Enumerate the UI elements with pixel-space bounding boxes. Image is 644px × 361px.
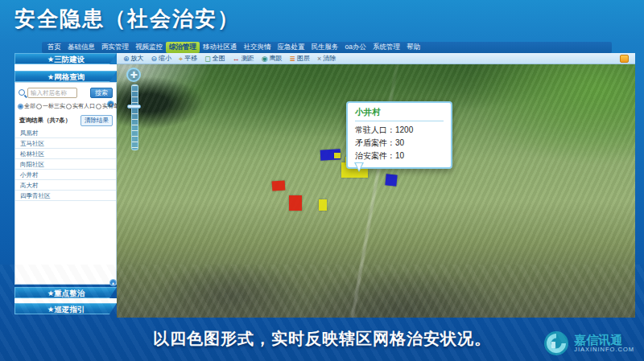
sidebar-section-patrol-guide[interactable]: ★巡逻指引 — [14, 303, 117, 314]
collapse-toggle-bottom-icon[interactable]: ▴ — [109, 279, 117, 286]
nav-item-system[interactable]: 系统管理 — [369, 42, 403, 53]
grid-region-yellow-small[interactable] — [319, 199, 327, 211]
filter-options: 全部 一标三实 实有人口 实有单位 — [18, 102, 114, 110]
toolbar-measure[interactable]: ↔ 测距 — [233, 54, 254, 64]
filter-all-label: 全部 — [24, 102, 35, 110]
grid-region-blue-2[interactable] — [385, 174, 397, 186]
map-info-popup: 小井村 常驻人口：1200 矛盾案件：30 治安案件：10 — [346, 101, 452, 169]
search-panel: 搜索 ▾ 全部 一标三实 实有人口 实有单位 — [14, 82, 117, 285]
measure-icon: ↔ — [233, 54, 240, 64]
toolbar-pan[interactable]: ⌖ 平移 — [179, 54, 197, 64]
nav-item-emergency[interactable]: 应急处置 — [275, 42, 308, 53]
sidebar: ★三防建设 ★网格查询 搜索 ▾ 全部 一标三实 — [6, 53, 117, 318]
zoom-out-icon: ⊖ — [151, 54, 158, 64]
brand-swirl-icon — [543, 330, 569, 356]
nav-item-basic-info[interactable]: 基础信息 — [64, 42, 98, 53]
search-button[interactable]: 搜索 — [90, 88, 113, 98]
popup-security-value: 10 — [395, 151, 404, 160]
sidebar-section-grid-search[interactable]: ★网格查询 — [14, 71, 117, 82]
results-count-label: 查询结果（共7条） — [19, 117, 71, 125]
toolbar-full-extent-label: 全图 — [213, 54, 225, 63]
filter-units-radio[interactable] — [96, 104, 101, 109]
map-navigation-control: ✚ — [126, 68, 142, 150]
list-item-village[interactable]: 小井村 — [15, 170, 116, 180]
filter-population-label: 实有人口 — [72, 102, 95, 110]
map-pan-compass[interactable]: ✚ — [126, 68, 141, 82]
popup-population-value: 1200 — [395, 125, 413, 134]
page-title: 安全隐患（社会治安） — [14, 5, 240, 33]
clear-results-button[interactable]: 清除结果 — [80, 115, 113, 126]
sidebar-divider — [14, 298, 117, 303]
search-row: 搜索 — [19, 87, 113, 98]
village-list: 凤凰村 五马社区 松林社区 向阳社区 小井村 高大村 四季青社区 — [15, 128, 116, 201]
popup-row-disputes: 矛盾案件：30 — [355, 137, 444, 150]
nav-item-mobile-community[interactable]: 移动社区通 — [200, 42, 241, 53]
nav-item-zongzhi-active[interactable]: 综治管理 — [166, 42, 200, 53]
filter-yibiaosanshi[interactable]: 一标三实 — [36, 102, 65, 110]
toolbar-panel-button[interactable] — [620, 55, 629, 63]
toolbar-clear[interactable]: × 清除 — [317, 54, 336, 64]
nav-item-livelihood[interactable]: 民生服务 — [308, 42, 342, 53]
toolbar-zoom-out-label: 缩小 — [159, 54, 171, 63]
sidebar-divider — [14, 64, 117, 71]
toolbar-clear-label: 清除 — [323, 54, 336, 63]
filter-yibiaosanshi-radio[interactable] — [36, 104, 42, 109]
results-row: 查询结果（共7条） 清除结果 — [19, 115, 113, 126]
pan-icon: ⌖ — [179, 54, 183, 64]
main-nav: 首页 基础信息 两实管理 视频监控 综治管理 移动社区通 社交舆情 应急处置 民… — [42, 42, 612, 53]
zoom-in-icon: ⊕ — [123, 54, 130, 64]
nav-item-liangshi[interactable]: 两实管理 — [98, 42, 132, 53]
popup-security-label: 治安案件： — [355, 151, 395, 160]
popup-row-security: 治安案件：10 — [355, 150, 444, 162]
overview-icon: ◉ — [262, 54, 268, 64]
full-extent-icon: ◻ — [204, 54, 210, 64]
toolbar-layers-label: 图层 — [297, 54, 310, 63]
nav-item-help[interactable]: 帮助 — [403, 42, 423, 53]
brand-text: 嘉信讯通 JIAXININFO.COM — [574, 334, 634, 354]
nav-item-home[interactable]: 首页 — [44, 42, 64, 53]
list-item-village[interactable]: 高大村 — [15, 180, 116, 191]
brand-domain: JIAXININFO.COM — [574, 347, 634, 353]
toolbar-layers[interactable]: ≣ 图层 — [290, 54, 311, 64]
popup-title: 小井村 — [355, 107, 444, 121]
grid-region-red-2[interactable] — [289, 195, 302, 211]
toolbar-pan-label: 平移 — [184, 54, 197, 63]
grid-region-yellow-chip[interactable] — [334, 153, 341, 158]
filter-all-radio[interactable] — [18, 104, 23, 109]
sidebar-section-sanfang[interactable]: ★三防建设 — [14, 53, 117, 64]
layers-icon: ≣ — [290, 54, 296, 64]
toolbar-full-extent[interactable]: ◻ 全图 — [204, 54, 225, 64]
map-zoom-slider[interactable] — [131, 84, 138, 150]
list-item-village[interactable]: 凤凰村 — [15, 128, 116, 138]
app-window: 安全隐患（社会治安） 首页 基础信息 两实管理 视频监控 综治管理 移动社区通 … — [0, 0, 644, 361]
popup-row-population: 常驻人口：1200 — [355, 124, 444, 137]
map-zoom-slider-handle[interactable] — [127, 105, 141, 109]
toolbar-zoom-in[interactable]: ⊕ 放大 — [123, 54, 144, 64]
toolbar-zoom-out[interactable]: ⊖ 缩小 — [151, 54, 172, 64]
map-toolbar: ⊕ 放大 ⊖ 缩小 ⌖ 平移 ◻ 全图 ↔ 测距 ◉ 鹰眼 — [117, 53, 635, 64]
list-item-village[interactable]: 五马社区 — [15, 138, 116, 149]
brand-logo: 嘉信讯通 JIAXININFO.COM — [543, 330, 634, 356]
nav-item-oa[interactable]: oa办公 — [342, 42, 369, 53]
popup-population-label: 常驻人口： — [355, 125, 395, 134]
toolbar-measure-label: 测距 — [242, 54, 254, 63]
search-icon — [19, 89, 25, 96]
list-item-village[interactable]: 向阳社区 — [15, 159, 116, 170]
grid-region-red-1[interactable] — [272, 180, 286, 191]
filter-population-radio[interactable] — [66, 104, 72, 109]
popup-disputes-value: 30 — [395, 138, 404, 147]
nav-item-video[interactable]: 视频监控 — [132, 42, 166, 53]
list-item-village[interactable]: 松林社区 — [15, 149, 116, 159]
clear-icon: × — [317, 54, 321, 64]
sidebar-section-key-rectification[interactable]: ★重点整治 — [14, 287, 117, 298]
nav-item-public-opinion[interactable]: 社交舆情 — [241, 42, 275, 53]
popup-disputes-label: 矛盾案件： — [355, 138, 395, 147]
filter-all[interactable]: 全部 — [18, 102, 35, 110]
search-input[interactable] — [27, 88, 77, 98]
filter-yibiaosanshi-label: 一标三实 — [43, 102, 65, 110]
list-item-village[interactable]: 四季青社区 — [15, 191, 116, 201]
toolbar-zoom-in-label: 放大 — [131, 54, 144, 63]
filter-population[interactable]: 实有人口 — [66, 102, 95, 110]
toolbar-overview[interactable]: ◉ 鹰眼 — [262, 54, 283, 64]
map-canvas[interactable]: ⊕ 放大 ⊖ 缩小 ⌖ 平移 ◻ 全图 ↔ 测距 ◉ 鹰眼 — [117, 53, 635, 318]
